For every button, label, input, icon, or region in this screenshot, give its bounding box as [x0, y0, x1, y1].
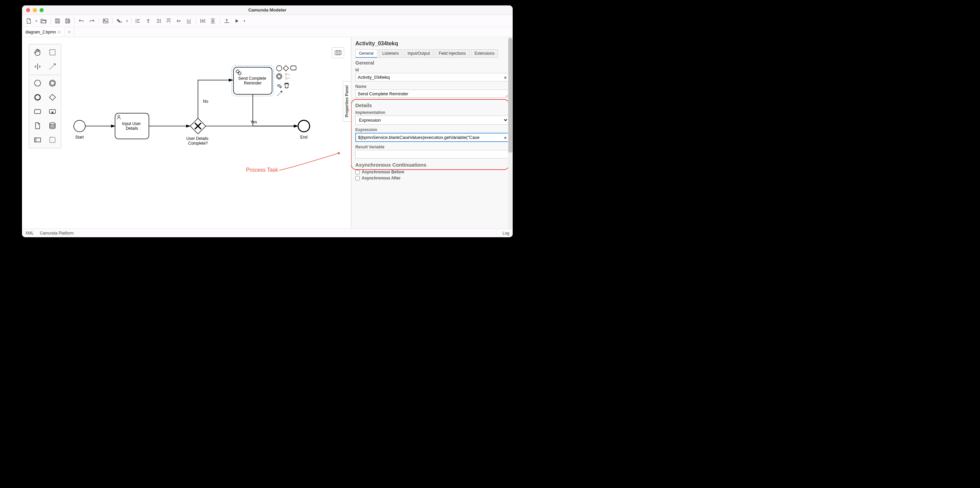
result-variable-input[interactable] — [355, 150, 509, 158]
id-clear-icon[interactable]: × — [504, 75, 507, 80]
window-title: Camunda Modeler — [22, 8, 513, 13]
context-pad — [277, 66, 296, 96]
undo-button[interactable] — [77, 16, 86, 26]
properties-tabs: General Listeners Input/Output Field Inj… — [355, 49, 509, 58]
save-as-button[interactable] — [63, 16, 72, 26]
tabbar: diagram_2.bpmn + — [22, 27, 513, 37]
color-dropdown[interactable]: ▾ — [125, 16, 129, 26]
context-connect-icon[interactable] — [277, 91, 282, 96]
implementation-label: Implementation — [355, 110, 509, 115]
expression-label: Expression — [355, 127, 509, 132]
toolbar: ▾ ▾ ▾ — [22, 15, 513, 27]
tab-modified-icon — [58, 31, 60, 33]
section-async: Asynchronous Continuations — [355, 162, 509, 168]
app-window: Camunda Modeler ▾ ▾ ▾ diagram_2. — [22, 5, 513, 237]
gateway-label: User Details Complete? — [186, 136, 210, 146]
tab-diagram[interactable]: diagram_2.bpmn — [22, 27, 64, 37]
annotation-process-task: Process Task — [246, 167, 278, 173]
start-event[interactable] — [74, 120, 85, 132]
align-left-button[interactable] — [133, 16, 143, 26]
context-intermediate-icon[interactable] — [277, 74, 282, 79]
end-label: End — [300, 135, 307, 139]
implementation-select[interactable]: Expression — [355, 116, 509, 125]
tab-extensions[interactable]: Extensions — [471, 49, 498, 58]
canvas[interactable]: Start Input User Details User D — [22, 37, 351, 228]
svg-point-19 — [277, 75, 281, 78]
async-before-row[interactable]: Asynchronous Before — [355, 170, 509, 174]
close-window-icon[interactable] — [26, 8, 30, 12]
name-input[interactable]: Send Complete Reminder — [355, 90, 509, 98]
id-label: Id — [355, 68, 509, 72]
align-right-button[interactable] — [154, 16, 163, 26]
distribute-v-button[interactable] — [208, 16, 218, 26]
context-wrench-icon[interactable] — [277, 84, 282, 88]
status-platform[interactable]: Camunda Platform — [40, 231, 74, 236]
scroll-thumb[interactable] — [508, 38, 512, 153]
tab-field-injections[interactable]: Field Injections — [435, 49, 469, 58]
context-task-icon[interactable] — [291, 66, 296, 70]
start-label: Start — [75, 135, 84, 139]
exclusive-gateway[interactable] — [190, 118, 206, 134]
yes-label: Yes — [250, 120, 257, 124]
properties-panel: Properties Panel Activity_034tekq Genera… — [351, 37, 513, 228]
async-after-checkbox[interactable] — [355, 176, 360, 181]
content: Start Input User Details User D — [22, 37, 513, 228]
properties-panel-toggle[interactable]: Properties Panel — [343, 81, 351, 122]
redo-button[interactable] — [87, 16, 97, 26]
bpmn-diagram: Start Input User Details User D — [22, 37, 351, 228]
end-event[interactable] — [298, 120, 310, 132]
minimize-window-icon[interactable] — [33, 8, 37, 12]
async-before-checkbox[interactable] — [355, 170, 360, 174]
context-gateway-icon[interactable] — [283, 66, 289, 71]
image-button[interactable] — [101, 16, 110, 26]
color-button[interactable] — [115, 16, 124, 26]
section-general: General — [355, 60, 509, 66]
run-dropdown[interactable]: ▾ — [242, 16, 247, 26]
result-variable-label: Result Variable — [355, 145, 509, 149]
expression-clear-icon[interactable]: × — [504, 135, 507, 140]
tab-general[interactable]: General — [355, 49, 377, 58]
save-button[interactable] — [53, 16, 62, 26]
async-after-row[interactable]: Asynchronous After — [355, 176, 509, 181]
align-middle-button[interactable] — [174, 16, 183, 26]
properties-element-id: Activity_034tekq — [355, 41, 509, 47]
statusbar: XML Camunda Platform Log — [22, 228, 513, 237]
distribute-h-button[interactable] — [198, 16, 207, 26]
align-center-h-button[interactable] — [143, 16, 153, 26]
no-label: No — [203, 99, 208, 104]
annotation-arrow — [279, 153, 340, 170]
align-bottom-button[interactable] — [184, 16, 194, 26]
name-label: Name — [355, 84, 509, 89]
new-file-dropdown[interactable]: ▾ — [34, 16, 38, 26]
tab-listeners[interactable]: Listeners — [379, 49, 403, 58]
context-annotation-icon[interactable] — [285, 74, 290, 79]
open-file-button[interactable] — [39, 16, 48, 26]
tab-label: diagram_2.bpmn — [25, 30, 56, 35]
traffic-lights — [26, 8, 44, 12]
section-details: Details — [355, 102, 509, 108]
run-button[interactable] — [232, 16, 242, 26]
properties-scrollbar[interactable] — [508, 37, 513, 228]
context-event-icon[interactable] — [277, 66, 282, 71]
tab-input-output[interactable]: Input/Output — [404, 49, 433, 58]
status-log[interactable]: Log — [503, 231, 509, 236]
titlebar: Camunda Modeler — [22, 5, 513, 15]
align-top-button[interactable] — [164, 16, 173, 26]
maximize-window-icon[interactable] — [40, 8, 44, 12]
status-xml[interactable]: XML — [25, 231, 34, 236]
expression-input[interactable] — [355, 133, 509, 142]
flow-task2-end[interactable] — [253, 94, 298, 126]
tab-add[interactable]: + — [64, 27, 75, 37]
new-file-button[interactable] — [24, 16, 33, 26]
id-input[interactable] — [355, 73, 509, 81]
deploy-button[interactable] — [222, 16, 231, 26]
context-trash-icon[interactable] — [284, 83, 289, 88]
